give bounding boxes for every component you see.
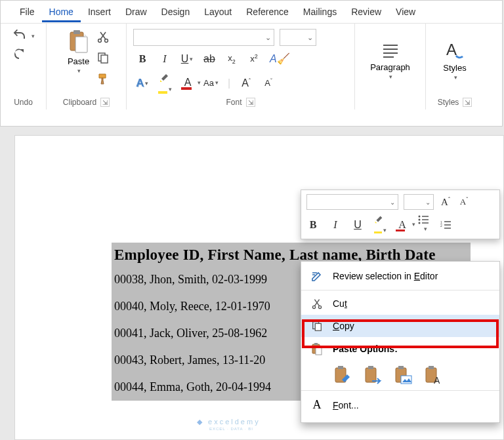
svg-rect-23	[368, 366, 373, 369]
separator	[301, 290, 499, 290]
format-painter-button[interactable]	[96, 72, 110, 85]
mini-numbering[interactable]: 12	[440, 220, 453, 230]
mini-grow-font[interactable]: Aˆ	[439, 196, 452, 208]
styles-launcher[interactable]: ⇲	[463, 98, 472, 107]
svg-rect-25	[398, 366, 404, 369]
group-styles: A Styles ▾ Styles⇲	[426, 24, 484, 110]
separator	[301, 390, 499, 391]
paste-picture[interactable]	[393, 365, 414, 387]
chevron-down-icon: ▾	[77, 68, 81, 74]
styles-button[interactable]: A Styles ▾	[439, 38, 470, 83]
mini-bullets[interactable]: ▾	[418, 215, 431, 235]
svg-rect-21	[338, 366, 343, 369]
copy-icon	[310, 320, 324, 332]
mini-toolbar: ⌄ ⌄ Aˆ Aˇ B I U ▾ A▾ ▾ 12	[301, 190, 500, 239]
subscript-button[interactable]: x2	[225, 53, 238, 65]
mini-italic[interactable]: I	[329, 219, 342, 231]
mini-font-name[interactable]: ⌄	[306, 194, 398, 210]
ctx-cut[interactable]: Cut	[301, 292, 499, 315]
underline-button[interactable]: U▾	[180, 53, 194, 65]
watermark-subtitle: EXCEL · DATA · BI	[209, 427, 253, 431]
clipboard-launcher[interactable]: ⇲	[100, 98, 110, 107]
redo-button[interactable]	[12, 47, 35, 62]
copy-icon	[96, 51, 110, 64]
clear-formatting-button[interactable]: A🧹	[270, 52, 290, 65]
paste-icon	[68, 29, 90, 55]
group-clipboard: Paste ▾ Clipboard⇲	[47, 24, 127, 110]
undo-button[interactable]: ▾	[12, 29, 35, 43]
paste-text-only[interactable]: A	[423, 365, 444, 387]
paste-button[interactable]: Paste ▾	[64, 26, 94, 77]
grow-font-button[interactable]: Aˆ	[240, 77, 253, 89]
shrink-font-button[interactable]: Aˇ	[262, 77, 275, 89]
mini-font-size[interactable]: ⌄	[404, 194, 434, 210]
svg-rect-18	[314, 343, 318, 345]
context-menu: Review selection in Editor Cut Copy Past…	[301, 261, 500, 423]
svg-text:A: A	[434, 375, 440, 386]
font-name-combo[interactable]: ⌄	[133, 29, 274, 46]
italic-button[interactable]: I	[158, 53, 171, 65]
mini-shrink-font[interactable]: Aˇ	[457, 196, 471, 207]
paste-keep-source[interactable]	[333, 365, 354, 387]
mini-highlight[interactable]: ▾	[373, 214, 387, 236]
tab-insert[interactable]: Insert	[81, 1, 118, 22]
paste-label: Paste	[68, 56, 89, 66]
paste-merge[interactable]	[363, 365, 384, 387]
word-window: File Home Insert Draw Design Layout Refe…	[0, 0, 503, 127]
svg-point-8	[419, 216, 421, 218]
text-effects-button[interactable]: A▾	[136, 77, 149, 89]
svg-point-13	[312, 306, 315, 308]
svg-point-3	[98, 39, 101, 43]
paragraph-button[interactable]: Paragraph ▾	[366, 39, 414, 83]
mini-bold[interactable]: B	[306, 219, 320, 231]
chevron-down-icon: ▾	[389, 73, 392, 80]
paste-icon	[310, 342, 324, 355]
ctx-paste-options-header: Paste Options:	[301, 337, 499, 361]
ctx-review-editor[interactable]: Review selection in Editor	[301, 264, 499, 288]
ctx-copy[interactable]: Copy	[301, 315, 499, 337]
tab-review[interactable]: Review	[344, 1, 388, 22]
tab-file[interactable]: File	[12, 1, 42, 22]
group-paragraph: Paragraph ▾ .	[355, 24, 426, 110]
highlight-button[interactable]: ▾	[158, 71, 172, 95]
cut-button[interactable]	[96, 30, 110, 43]
styles-label: Styles	[443, 63, 466, 73]
scissors-icon	[96, 30, 110, 43]
ctx-font[interactable]: A Font...	[301, 393, 499, 417]
tab-draw[interactable]: Draw	[118, 1, 154, 22]
editor-icon	[310, 270, 324, 283]
tab-design[interactable]: Design	[154, 1, 198, 22]
group-label-font: Font	[226, 98, 242, 107]
svg-rect-1	[74, 30, 80, 34]
chevron-down-icon: ▾	[454, 74, 457, 81]
strikethrough-button[interactable]: ab	[203, 53, 216, 65]
bold-button[interactable]: B	[136, 53, 149, 65]
ribbon-tabs: File Home Insert Draw Design Layout Refe…	[1, 1, 502, 23]
tab-references[interactable]: Reference	[239, 1, 296, 22]
ctx-label: Font...	[333, 400, 359, 410]
scissors-icon	[310, 298, 324, 310]
group-undo: ▾ Undo	[1, 24, 47, 110]
copy-button[interactable]	[96, 51, 110, 64]
ctx-label: Copy	[333, 321, 354, 331]
svg-point-10	[419, 222, 421, 224]
tab-mailings[interactable]: Mailings	[296, 1, 344, 22]
mini-font-color[interactable]: A▾	[396, 219, 409, 231]
styles-icon: A	[444, 41, 466, 62]
font-launcher[interactable]: ⇲	[246, 98, 255, 107]
group-label-clipboard: Clipboard	[63, 98, 96, 107]
tab-layout[interactable]: Layout	[197, 1, 239, 22]
ctx-label: Paste Options:	[333, 344, 398, 354]
font-size-combo[interactable]: ⌄	[280, 29, 316, 46]
change-case-button[interactable]: Aa▾	[203, 78, 219, 89]
group-font: ⌄ ⌄ B I U▾ ab x2 x2 A🧹 A▾ ▾	[127, 24, 355, 110]
svg-rect-22	[366, 368, 376, 382]
highlighter-icon	[158, 71, 170, 83]
group-label-styles: Styles	[438, 98, 459, 107]
font-color-button[interactable]: A▾	[181, 77, 194, 90]
tab-view[interactable]: View	[388, 1, 423, 22]
superscript-button[interactable]: x2	[247, 53, 261, 64]
mini-underline[interactable]: U	[351, 219, 364, 231]
tab-home[interactable]: Home	[42, 1, 81, 22]
svg-rect-19	[316, 347, 322, 355]
